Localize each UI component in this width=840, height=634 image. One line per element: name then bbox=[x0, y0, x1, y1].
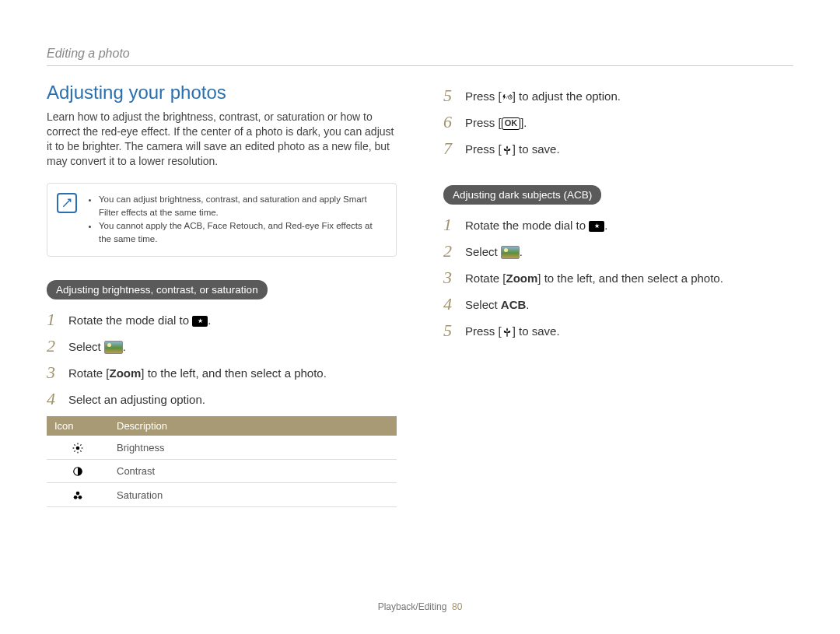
breadcrumb: Editing a photo bbox=[47, 47, 793, 66]
note-icon bbox=[57, 193, 77, 213]
steps-bcs-continued: 5 Press [/] to adjust the option. 6 Pres… bbox=[443, 86, 793, 159]
step-text: . bbox=[520, 245, 523, 258]
step-number: 7 bbox=[443, 139, 465, 158]
step-number: 2 bbox=[443, 242, 465, 261]
step-5: 5 Press [/] to adjust the option. bbox=[443, 86, 793, 105]
table-row: Saturation bbox=[47, 483, 397, 507]
step-1: 1 Rotate the mode dial to . bbox=[47, 310, 397, 329]
svg-line-7 bbox=[74, 450, 75, 451]
contrast-label: Contrast bbox=[109, 459, 397, 483]
footer-section: Playback/Editing bbox=[378, 601, 447, 612]
step-text: Select an adjusting option. bbox=[68, 390, 397, 408]
note-box: You can adjust brightness, contrast, and… bbox=[47, 183, 397, 257]
svg-text:/: / bbox=[506, 96, 508, 100]
step-text: . bbox=[604, 219, 607, 232]
step-4: 4 Select ACB. bbox=[443, 295, 793, 313]
step-number: 2 bbox=[47, 337, 68, 356]
image-edit-icon bbox=[104, 341, 123, 354]
mode-dial-icon bbox=[192, 316, 208, 327]
contrast-icon bbox=[47, 459, 109, 483]
step-number: 4 bbox=[443, 295, 465, 313]
brightness-label: Brightness bbox=[109, 436, 397, 459]
step-2: 2 Select . bbox=[443, 242, 793, 261]
step-3: 3 Rotate [Zoom] to the left, and then se… bbox=[47, 363, 397, 382]
svg-line-8 bbox=[80, 444, 81, 445]
step-number: 3 bbox=[443, 268, 465, 287]
image-edit-icon bbox=[501, 246, 520, 259]
step-number: 3 bbox=[47, 363, 68, 382]
zoom-label: Zoom bbox=[110, 366, 142, 380]
macro-icon bbox=[502, 145, 513, 156]
step-text: ] to adjust the option. bbox=[513, 89, 621, 103]
table-header-icon: Icon bbox=[47, 416, 109, 436]
svg-point-11 bbox=[74, 496, 78, 499]
svg-line-6 bbox=[80, 450, 81, 451]
page-number: 80 bbox=[452, 601, 462, 612]
note-item: You cannot apply the ACB, Face Retouch, … bbox=[99, 219, 385, 247]
subsection-pill-acb: Adjusting dark subjects (ACB) bbox=[443, 185, 601, 205]
step-text: Press [ bbox=[465, 324, 502, 338]
step-text: ] to the left, and then select a photo. bbox=[537, 271, 723, 285]
two-column-layout: Adjusting your photos Learn how to adjus… bbox=[47, 82, 793, 507]
mode-dial-icon bbox=[589, 221, 604, 232]
right-column: 5 Press [/] to adjust the option. 6 Pres… bbox=[443, 82, 793, 507]
page-footer: Playback/Editing 80 bbox=[0, 601, 840, 612]
step-text: Select bbox=[465, 245, 501, 258]
step-2: 2 Select . bbox=[47, 337, 397, 356]
ok-button-icon: OK bbox=[502, 117, 521, 130]
step-text: . bbox=[526, 298, 529, 311]
step-6: 6 Press [OK]. bbox=[443, 113, 793, 131]
macro-icon bbox=[502, 327, 513, 338]
step-number: 1 bbox=[47, 310, 68, 329]
step-text: Rotate the mode dial to bbox=[68, 313, 192, 327]
steps-bcs: 1 Rotate the mode dial to . 2 Select . 3… bbox=[47, 310, 397, 409]
step-text: Select bbox=[465, 298, 501, 311]
zoom-label: Zoom bbox=[506, 271, 538, 285]
left-column: Adjusting your photos Learn how to adjus… bbox=[47, 82, 397, 507]
step-3: 3 Rotate [Zoom] to the left, and then se… bbox=[443, 268, 793, 287]
table-row: Contrast bbox=[47, 459, 397, 483]
note-item: You can adjust brightness, contrast, and… bbox=[99, 193, 385, 220]
step-text: . bbox=[123, 340, 126, 353]
svg-point-12 bbox=[79, 496, 82, 499]
step-text: ]. bbox=[520, 116, 527, 129]
flash-timer-icon: / bbox=[502, 92, 513, 103]
saturation-icon bbox=[47, 483, 109, 507]
acb-label: ACB bbox=[501, 298, 527, 311]
step-text: ] to save. bbox=[513, 142, 560, 156]
step-5: 5 Press [] to save. bbox=[443, 321, 793, 340]
step-number: 4 bbox=[47, 390, 68, 408]
brightness-icon bbox=[47, 436, 109, 459]
saturation-label: Saturation bbox=[109, 483, 397, 507]
svg-point-10 bbox=[76, 492, 80, 496]
step-number: 5 bbox=[443, 86, 465, 105]
step-text: ] to the left, and then select a photo. bbox=[141, 366, 327, 380]
step-4: 4 Select an adjusting option. bbox=[47, 390, 397, 408]
subsection-pill-bcs: Adjusting brightness, contrast, or satur… bbox=[47, 280, 268, 299]
intro-paragraph: Learn how to adjust the brightness, cont… bbox=[47, 110, 397, 169]
step-text: Rotate [ bbox=[465, 271, 506, 285]
steps-acb: 1 Rotate the mode dial to . 2 Select . 3… bbox=[443, 215, 793, 341]
table-row: Brightness bbox=[47, 436, 397, 459]
table-header-desc: Description bbox=[109, 416, 397, 436]
step-text: Select bbox=[68, 340, 104, 353]
step-text: Press [ bbox=[465, 116, 502, 129]
adjust-options-table: Icon Description Brightness bbox=[47, 416, 397, 507]
step-1: 1 Rotate the mode dial to . bbox=[443, 215, 793, 234]
svg-point-0 bbox=[76, 447, 80, 450]
manual-page: Editing a photo Adjusting your photos Le… bbox=[0, 0, 840, 634]
step-number: 1 bbox=[443, 215, 465, 234]
step-text: Press [ bbox=[465, 142, 502, 156]
step-text: Press [ bbox=[465, 89, 502, 103]
step-text: Rotate the mode dial to bbox=[465, 219, 589, 232]
step-text: Rotate [ bbox=[68, 366, 110, 380]
step-number: 6 bbox=[443, 113, 465, 131]
step-text: . bbox=[208, 313, 211, 327]
section-title: Adjusting your photos bbox=[47, 82, 397, 103]
step-text: ] to save. bbox=[513, 324, 560, 338]
step-number: 5 bbox=[443, 321, 465, 340]
step-7: 7 Press [] to save. bbox=[443, 139, 793, 158]
svg-line-5 bbox=[74, 444, 75, 445]
